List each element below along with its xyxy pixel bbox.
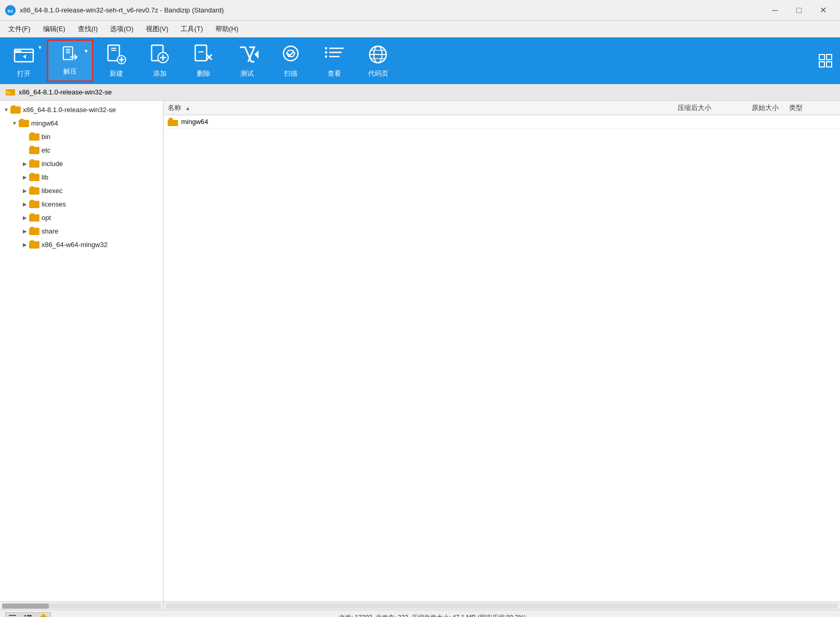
breadcrumb-bar: 7z x86_64-8.1.0-release-win32-se: [0, 84, 840, 101]
svg-point-21: [283, 46, 298, 61]
tree-label-share: share: [42, 227, 59, 235]
tree-expand-opt[interactable]: ▶: [21, 215, 29, 221]
svg-rect-39: [9, 615, 16, 616]
sort-arrow-name: ▲: [185, 105, 191, 111]
right-scrollbar[interactable]: [164, 602, 840, 610]
folder-icon-etc: [29, 146, 39, 154]
tree-label-etc: etc: [42, 146, 50, 154]
tree-expand-root[interactable]: ▼: [2, 107, 10, 113]
app-icon: BZ: [5, 5, 16, 16]
tree-expand-mingw64[interactable]: ▼: [10, 120, 19, 126]
row-name: mingw64: [168, 118, 649, 126]
codepage-label: 代码页: [368, 69, 388, 78]
tree-item-bin[interactable]: ▶ bin: [0, 130, 163, 143]
tree-item-opt[interactable]: ▶ opt: [0, 211, 163, 224]
left-panel: ▼ x86_64-8.1.0-release-win32-se ▼ mingw6…: [0, 101, 164, 601]
tree-label-mingw64: mingw64: [31, 119, 58, 127]
menu-options[interactable]: 选项(O): [104, 21, 140, 37]
tree-item-libexec[interactable]: ▶ libexec: [0, 184, 163, 197]
menu-file[interactable]: 文件(F): [2, 21, 37, 37]
svg-rect-42: [24, 615, 26, 616]
add-button[interactable]: 添加: [138, 37, 182, 84]
codepage-button[interactable]: 代码页: [356, 37, 400, 84]
view-button[interactable]: 查看: [313, 37, 356, 84]
tree-item-etc[interactable]: ▶ etc: [0, 143, 163, 157]
menu-view[interactable]: 视图(V): [140, 21, 174, 37]
maximize-button[interactable]: □: [787, 2, 811, 19]
tree-label-root: x86_64-8.1.0-release-win32-se: [23, 106, 116, 114]
svg-rect-24: [325, 56, 327, 58]
tree-item-mingw64[interactable]: ▼ mingw64: [0, 116, 163, 130]
status-text: 文件: 13203, 文件夹: 333, 压缩文件大小: 47.1 MB (固实…: [339, 613, 526, 617]
table-row[interactable]: mingw64: [164, 115, 840, 129]
view-label: 查看: [328, 69, 341, 78]
extract-arrow: ▼: [84, 48, 89, 54]
tree-item-licenses[interactable]: ▶ licenses: [0, 197, 163, 211]
open-arrow: ▼: [37, 45, 43, 50]
menu-help[interactable]: 帮助(H): [209, 21, 245, 37]
folder-icon-share: [29, 227, 39, 235]
new-button[interactable]: 新建: [94, 37, 138, 84]
window-title: x86_64-8.1.0-release-win32-seh-rt_v6-rev…: [20, 6, 224, 14]
col-header-name[interactable]: 名称 ▲: [168, 103, 649, 113]
folder-icon-bin: [29, 132, 39, 141]
tree-label-bin: bin: [42, 133, 50, 141]
svg-rect-36: [827, 62, 832, 67]
tree-label-lib: lib: [42, 173, 48, 181]
tree-expand-libexec[interactable]: ▶: [21, 188, 29, 194]
svg-text:BZ: BZ: [8, 9, 13, 13]
info-icon[interactable]: [36, 612, 51, 618]
close-button[interactable]: ✕: [811, 2, 835, 19]
delete-label: 删除: [197, 69, 210, 78]
svg-text:7z: 7z: [6, 91, 10, 94]
menu-bar: 文件(F) 编辑(E) 查找(I) 选项(O) 视图(V) 工具(T) 帮助(H…: [0, 21, 840, 37]
svg-rect-23: [325, 51, 327, 53]
new-label: 新建: [110, 69, 123, 78]
col-header-compressed[interactable]: 压缩后大小: [649, 103, 722, 113]
grid-toggle-icon[interactable]: [818, 53, 833, 68]
status-bar: 文件: 13203, 文件夹: 333, 压缩文件大小: 47.1 MB (固实…: [0, 610, 840, 617]
menu-find[interactable]: 查找(I): [72, 21, 104, 37]
breadcrumb[interactable]: x86_64-8.1.0-release-win32-se: [19, 88, 112, 96]
folder-icon-x86: [29, 240, 39, 249]
tree-item-include[interactable]: ▶ include: [0, 157, 163, 170]
tree-expand-x86[interactable]: ▶: [21, 242, 29, 248]
tree-item-x86[interactable]: ▶ x86_64-w64-mingw32: [0, 238, 163, 251]
add-label: 添加: [153, 69, 167, 78]
folder-icon-mingw64: [19, 119, 29, 127]
tree-expand-licenses[interactable]: ▶: [21, 201, 29, 207]
extract-button[interactable]: 解压 ▼: [47, 39, 93, 82]
minimize-button[interactable]: ─: [763, 2, 787, 19]
test-label: 测试: [240, 69, 254, 78]
tree-expand-lib[interactable]: ▶: [21, 174, 29, 180]
folder-icon-root: [10, 105, 21, 114]
folder-icon-libexec: [29, 186, 39, 195]
right-panel: 名称 ▲ 压缩后大小 原始大小 类型 mingw64: [164, 101, 840, 601]
list-view-icon[interactable]: [21, 612, 35, 618]
tree-expand-include[interactable]: ▶: [21, 161, 29, 167]
folder-icon-licenses: [29, 200, 39, 208]
open-button[interactable]: 打开 ▼: [2, 37, 46, 84]
left-scrollbar[interactable]: [0, 602, 164, 610]
col-header-original[interactable]: 原始大小: [722, 103, 784, 113]
title-bar-left: BZ x86_64-8.1.0-release-win32-seh-rt_v6-…: [5, 5, 224, 16]
tree-label-opt: opt: [42, 214, 51, 222]
svg-rect-43: [27, 615, 32, 616]
delete-button[interactable]: 删除: [182, 37, 225, 84]
menu-tools[interactable]: 工具(T): [174, 21, 209, 37]
scan-button[interactable]: 扫描: [269, 37, 313, 84]
col-header-type[interactable]: 类型: [784, 103, 836, 113]
details-view-icon[interactable]: [5, 612, 20, 618]
scan-label: 扫描: [284, 69, 297, 78]
tree-item-share[interactable]: ▶ share: [0, 224, 163, 238]
tree-item-root[interactable]: ▼ x86_64-8.1.0-release-win32-se: [0, 103, 163, 116]
tree-label-x86: x86_64-w64-mingw32: [42, 241, 107, 249]
tree-expand-share[interactable]: ▶: [21, 228, 29, 234]
menu-edit[interactable]: 编辑(E): [37, 21, 72, 37]
table-header: 名称 ▲ 压缩后大小 原始大小 类型: [164, 101, 840, 115]
folder-icon-opt: [29, 213, 39, 222]
tree-item-lib[interactable]: ▶ lib: [0, 170, 163, 184]
folder-icon-include: [29, 159, 39, 168]
svg-rect-47: [40, 616, 47, 617]
test-button[interactable]: 测试: [225, 37, 269, 84]
